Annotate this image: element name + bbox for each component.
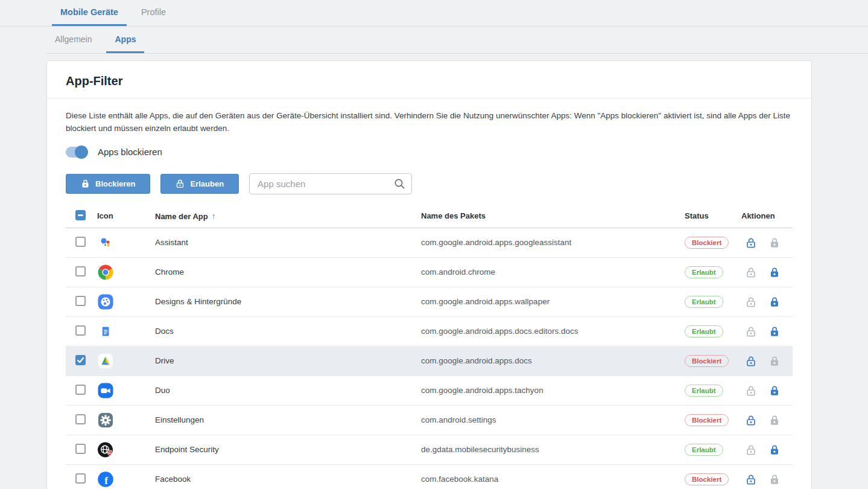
block-lock-closed-icon[interactable] bbox=[769, 444, 780, 455]
column-header-package[interactable]: Name des Pakets bbox=[421, 211, 685, 220]
app-name: Assistant bbox=[155, 238, 421, 247]
allow-lock-open-icon[interactable] bbox=[746, 296, 756, 307]
column-header-icon: Icon bbox=[97, 211, 155, 220]
allow-lock-open-icon[interactable] bbox=[746, 267, 756, 278]
app-icon-assistant bbox=[97, 234, 114, 251]
package-name: com.google.android.apps.googleassistant bbox=[421, 238, 685, 247]
package-name: com.google.android.apps.tachyon bbox=[421, 386, 685, 395]
status-badge: Blockiert bbox=[685, 414, 729, 426]
tab-mobile-geraete[interactable]: Mobile Geräte bbox=[52, 0, 127, 26]
select-all-checkbox[interactable] bbox=[75, 210, 86, 220]
app-icon-duo bbox=[97, 382, 114, 399]
table-row: G Endpoint Security de.gdata.mobilesecur… bbox=[66, 435, 793, 465]
table-row: Assistant com.google.android.apps.google… bbox=[66, 228, 793, 258]
block-lock-closed-icon[interactable] bbox=[769, 356, 780, 366]
tab-apps[interactable]: Apps bbox=[106, 27, 144, 53]
status-badge: Blockiert bbox=[685, 237, 729, 249]
allow-button[interactable]: Erlauben bbox=[160, 174, 239, 194]
allow-lock-open-icon[interactable] bbox=[746, 237, 756, 248]
status-badge: Erlaubt bbox=[685, 325, 723, 337]
allow-lock-open-icon[interactable] bbox=[746, 415, 756, 426]
column-header-status[interactable]: Status bbox=[685, 211, 741, 220]
block-lock-closed-icon[interactable] bbox=[769, 415, 780, 426]
package-name: de.gdata.mobilesecuritybusiness bbox=[421, 445, 685, 454]
sub-tab-bar: Allgemein Apps bbox=[46, 27, 868, 54]
row-checkbox[interactable] bbox=[75, 385, 86, 395]
row-checkbox[interactable] bbox=[75, 266, 86, 276]
app-name: Einstellungen bbox=[155, 415, 421, 424]
status-badge: Erlaubt bbox=[685, 385, 723, 397]
table-row: Designs & Hintergründe com.google.androi… bbox=[66, 287, 793, 317]
row-checkbox[interactable] bbox=[75, 237, 86, 247]
apps-blockieren-toggle[interactable] bbox=[66, 147, 86, 158]
app-name: Duo bbox=[155, 386, 421, 395]
toggle-label: Apps blockieren bbox=[98, 147, 162, 157]
page-title: App-Filter bbox=[66, 74, 793, 88]
panel-header: App-Filter bbox=[47, 61, 811, 98]
app-name: Facebook bbox=[155, 475, 421, 484]
allow-lock-open-icon[interactable] bbox=[746, 474, 756, 485]
description-text: Diese Liste enthält alle Apps, die auf d… bbox=[66, 110, 793, 135]
main-tab-bar: Mobile Geräte Profile bbox=[0, 0, 868, 27]
block-lock-closed-icon[interactable] bbox=[769, 385, 780, 396]
table-row: Duo com.google.android.apps.tachyon Erla… bbox=[66, 376, 793, 406]
allow-lock-open-icon[interactable] bbox=[746, 326, 756, 337]
row-checkbox[interactable] bbox=[75, 414, 86, 424]
table-header: Icon Name der App↑ Name des Pakets Statu… bbox=[66, 205, 793, 228]
app-filter-panel: App-Filter Diese Liste enthält alle Apps… bbox=[46, 60, 812, 489]
tab-profile[interactable]: Profile bbox=[133, 0, 174, 26]
lock-closed-icon bbox=[81, 179, 90, 188]
allow-button-label: Erlauben bbox=[190, 179, 224, 188]
block-lock-closed-icon[interactable] bbox=[769, 474, 780, 485]
tab-label: Profile bbox=[141, 7, 166, 17]
row-checkbox[interactable] bbox=[75, 444, 86, 454]
app-icon-settings bbox=[97, 412, 114, 429]
search-icon bbox=[394, 178, 405, 192]
status-badge: Erlaubt bbox=[685, 266, 723, 278]
table-row: Drive com.google.android.apps.docs Block… bbox=[66, 347, 793, 376]
app-icon-drive bbox=[97, 353, 114, 369]
status-badge: Erlaubt bbox=[685, 296, 723, 308]
block-lock-closed-icon[interactable] bbox=[769, 326, 780, 337]
allow-lock-open-icon[interactable] bbox=[746, 385, 756, 396]
allow-lock-open-icon[interactable] bbox=[746, 444, 756, 455]
sort-ascending-icon: ↑ bbox=[212, 211, 216, 221]
package-name: com.google.android.apps.wallpaper bbox=[421, 297, 685, 306]
package-name: com.google.android.apps.docs.editors.doc… bbox=[421, 327, 685, 336]
block-lock-closed-icon[interactable] bbox=[769, 267, 780, 278]
allow-lock-open-icon[interactable] bbox=[746, 356, 756, 366]
tab-label: Apps bbox=[115, 34, 136, 44]
block-button[interactable]: Blockieren bbox=[66, 174, 150, 194]
table-row: f Facebook com.facebook.katana Blockiert bbox=[66, 465, 793, 489]
table-row: Einstellungen com.android.settings Block… bbox=[66, 406, 793, 435]
lock-open-icon bbox=[176, 179, 185, 188]
app-name: Docs bbox=[155, 327, 421, 336]
app-icon-chrome bbox=[97, 264, 114, 281]
status-badge: Blockiert bbox=[685, 473, 729, 485]
table-row: Docs com.google.android.apps.docs.editor… bbox=[66, 317, 793, 347]
package-name: com.facebook.katana bbox=[421, 475, 685, 484]
row-checkbox[interactable] bbox=[75, 325, 86, 336]
block-lock-closed-icon[interactable] bbox=[769, 296, 780, 307]
app-name: Endpoint Security bbox=[155, 445, 421, 454]
app-name: Drive bbox=[155, 356, 421, 365]
svg-text:f: f bbox=[104, 475, 108, 486]
app-icon-endpoint-security: G bbox=[97, 441, 114, 458]
svg-text:G: G bbox=[109, 451, 111, 455]
app-icon-wallpaper bbox=[97, 293, 114, 310]
app-name: Chrome bbox=[155, 267, 421, 276]
search-input[interactable] bbox=[249, 173, 412, 194]
tab-label: Allgemein bbox=[55, 34, 92, 44]
block-button-label: Blockieren bbox=[95, 179, 135, 188]
column-header-name[interactable]: Name der App↑ bbox=[155, 211, 421, 221]
block-lock-closed-icon[interactable] bbox=[769, 237, 780, 248]
package-name: com.android.settings bbox=[421, 415, 685, 424]
package-name: com.google.android.apps.docs bbox=[421, 356, 685, 365]
tab-allgemein[interactable]: Allgemein bbox=[46, 27, 100, 53]
status-badge: Erlaubt bbox=[685, 444, 723, 456]
tab-label: Mobile Geräte bbox=[60, 7, 118, 17]
row-checkbox[interactable] bbox=[75, 355, 86, 365]
column-header-label: Name der App bbox=[155, 212, 208, 221]
row-checkbox[interactable] bbox=[75, 473, 86, 484]
row-checkbox[interactable] bbox=[75, 296, 86, 306]
